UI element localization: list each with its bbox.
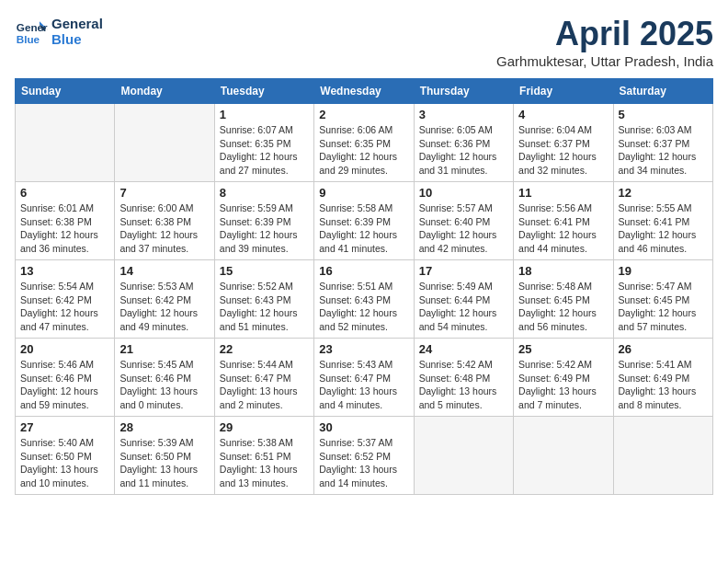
day-info: Sunrise: 6:06 AMSunset: 6:35 PMDaylight:… <box>319 123 408 178</box>
calendar-cell: 4Sunrise: 6:04 AMSunset: 6:37 PMDaylight… <box>514 104 613 182</box>
day-info: Sunrise: 5:42 AMSunset: 6:48 PMDaylight:… <box>419 358 508 412</box>
day-number: 16 <box>319 264 408 278</box>
day-info: Sunrise: 5:46 AMSunset: 6:46 PMDaylight:… <box>20 358 109 412</box>
day-number: 23 <box>319 342 408 356</box>
day-info: Sunrise: 5:51 AMSunset: 6:43 PMDaylight:… <box>319 280 408 334</box>
calendar-cell: 26Sunrise: 5:41 AMSunset: 6:49 PMDayligh… <box>613 339 712 417</box>
calendar-cell: 2Sunrise: 6:06 AMSunset: 6:35 PMDaylight… <box>314 104 414 182</box>
day-info: Sunrise: 5:42 AMSunset: 6:49 PMDaylight:… <box>518 358 608 412</box>
week-row-5: 27Sunrise: 5:40 AMSunset: 6:50 PMDayligh… <box>16 417 713 495</box>
day-number: 7 <box>119 186 209 200</box>
week-row-2: 6Sunrise: 6:01 AMSunset: 6:38 PMDaylight… <box>16 182 713 260</box>
calendar-cell: 16Sunrise: 5:51 AMSunset: 6:43 PMDayligh… <box>314 260 414 339</box>
calendar-cell <box>414 417 513 495</box>
calendar-cell: 7Sunrise: 6:00 AMSunset: 6:38 PMDaylight… <box>115 182 214 260</box>
calendar-table: SundayMondayTuesdayWednesdayThursdayFrid… <box>15 78 713 495</box>
calendar-cell <box>16 104 115 182</box>
day-number: 9 <box>319 186 408 200</box>
calendar-cell: 27Sunrise: 5:40 AMSunset: 6:50 PMDayligh… <box>16 417 115 495</box>
day-info: Sunrise: 5:57 AMSunset: 6:40 PMDaylight:… <box>419 201 508 256</box>
day-info: Sunrise: 5:48 AMSunset: 6:45 PMDaylight:… <box>518 280 608 334</box>
calendar-cell: 3Sunrise: 6:05 AMSunset: 6:36 PMDaylight… <box>414 104 513 182</box>
day-number: 3 <box>419 108 508 121</box>
calendar-cell: 13Sunrise: 5:54 AMSunset: 6:42 PMDayligh… <box>16 260 115 339</box>
day-header-monday: Monday <box>115 79 214 104</box>
calendar-cell: 28Sunrise: 5:39 AMSunset: 6:50 PMDayligh… <box>115 417 214 495</box>
location-subtitle: Garhmuktesar, Uttar Pradesh, India <box>496 53 713 69</box>
logo-icon: General Blue <box>15 15 48 48</box>
day-info: Sunrise: 5:39 AMSunset: 6:50 PMDaylight:… <box>119 436 209 490</box>
calendar-cell: 9Sunrise: 5:58 AMSunset: 6:39 PMDaylight… <box>314 182 414 260</box>
day-number: 27 <box>20 420 109 434</box>
calendar-cell: 15Sunrise: 5:52 AMSunset: 6:43 PMDayligh… <box>214 260 313 339</box>
day-info: Sunrise: 6:00 AMSunset: 6:38 PMDaylight:… <box>119 201 209 256</box>
day-header-sunday: Sunday <box>16 79 115 104</box>
day-info: Sunrise: 5:38 AMSunset: 6:51 PMDaylight:… <box>220 436 309 490</box>
calendar-cell: 1Sunrise: 6:07 AMSunset: 6:35 PMDaylight… <box>214 104 313 182</box>
day-info: Sunrise: 6:03 AMSunset: 6:37 PMDaylight:… <box>619 123 708 178</box>
calendar-cell: 5Sunrise: 6:03 AMSunset: 6:37 PMDaylight… <box>613 104 712 182</box>
day-number: 12 <box>619 186 708 200</box>
day-number: 6 <box>20 186 109 200</box>
calendar-cell: 12Sunrise: 5:55 AMSunset: 6:41 PMDayligh… <box>613 182 712 260</box>
week-row-3: 13Sunrise: 5:54 AMSunset: 6:42 PMDayligh… <box>16 260 713 339</box>
day-number: 24 <box>419 342 508 356</box>
page-header: General Blue General Blue April 2025 Gar… <box>15 15 713 69</box>
logo-line2: Blue <box>51 31 103 47</box>
calendar-cell: 20Sunrise: 5:46 AMSunset: 6:46 PMDayligh… <box>16 339 115 417</box>
calendar-cell: 30Sunrise: 5:37 AMSunset: 6:52 PMDayligh… <box>314 417 414 495</box>
day-info: Sunrise: 5:54 AMSunset: 6:42 PMDaylight:… <box>20 280 109 334</box>
day-number: 25 <box>518 342 608 356</box>
day-number: 10 <box>419 186 508 200</box>
day-header-thursday: Thursday <box>414 79 513 104</box>
calendar-cell <box>613 417 712 495</box>
day-info: Sunrise: 5:44 AMSunset: 6:47 PMDaylight:… <box>220 358 309 412</box>
calendar-cell: 10Sunrise: 5:57 AMSunset: 6:40 PMDayligh… <box>414 182 513 260</box>
calendar-cell: 22Sunrise: 5:44 AMSunset: 6:47 PMDayligh… <box>214 339 313 417</box>
svg-text:Blue: Blue <box>17 33 40 45</box>
day-info: Sunrise: 5:55 AMSunset: 6:41 PMDaylight:… <box>619 201 708 256</box>
calendar-cell: 21Sunrise: 5:45 AMSunset: 6:46 PMDayligh… <box>115 339 214 417</box>
day-info: Sunrise: 5:49 AMSunset: 6:44 PMDaylight:… <box>419 280 508 334</box>
day-number: 29 <box>220 420 309 434</box>
day-info: Sunrise: 5:58 AMSunset: 6:39 PMDaylight:… <box>319 201 408 256</box>
day-info: Sunrise: 5:59 AMSunset: 6:39 PMDaylight:… <box>220 201 309 256</box>
day-number: 4 <box>518 108 608 121</box>
day-info: Sunrise: 5:53 AMSunset: 6:42 PMDaylight:… <box>119 280 209 334</box>
day-number: 13 <box>20 264 109 278</box>
day-number: 11 <box>518 186 608 200</box>
logo-line1: General <box>51 16 103 31</box>
day-info: Sunrise: 5:56 AMSunset: 6:41 PMDaylight:… <box>518 201 608 256</box>
month-title: April 2025 <box>496 15 713 53</box>
calendar-cell: 11Sunrise: 5:56 AMSunset: 6:41 PMDayligh… <box>514 182 613 260</box>
day-number: 19 <box>619 264 708 278</box>
day-info: Sunrise: 6:04 AMSunset: 6:37 PMDaylight:… <box>518 123 608 178</box>
calendar-cell: 6Sunrise: 6:01 AMSunset: 6:38 PMDaylight… <box>16 182 115 260</box>
calendar-cell: 24Sunrise: 5:42 AMSunset: 6:48 PMDayligh… <box>414 339 513 417</box>
day-number: 28 <box>119 420 209 434</box>
day-number: 14 <box>119 264 209 278</box>
day-number: 30 <box>319 420 408 434</box>
day-header-friday: Friday <box>514 79 613 104</box>
day-number: 15 <box>220 264 309 278</box>
day-number: 18 <box>518 264 608 278</box>
title-block: April 2025 Garhmuktesar, Uttar Pradesh, … <box>496 15 713 69</box>
calendar-cell: 19Sunrise: 5:47 AMSunset: 6:45 PMDayligh… <box>613 260 712 339</box>
day-info: Sunrise: 5:45 AMSunset: 6:46 PMDaylight:… <box>119 358 209 412</box>
calendar-header-row: SundayMondayTuesdayWednesdayThursdayFrid… <box>16 79 713 104</box>
calendar-cell: 17Sunrise: 5:49 AMSunset: 6:44 PMDayligh… <box>414 260 513 339</box>
day-info: Sunrise: 5:47 AMSunset: 6:45 PMDaylight:… <box>619 280 708 334</box>
calendar-cell: 14Sunrise: 5:53 AMSunset: 6:42 PMDayligh… <box>115 260 214 339</box>
day-info: Sunrise: 6:01 AMSunset: 6:38 PMDaylight:… <box>20 201 109 256</box>
day-number: 1 <box>220 108 309 121</box>
day-header-tuesday: Tuesday <box>214 79 313 104</box>
day-info: Sunrise: 6:05 AMSunset: 6:36 PMDaylight:… <box>419 123 508 178</box>
day-info: Sunrise: 5:37 AMSunset: 6:52 PMDaylight:… <box>319 436 408 490</box>
calendar-cell: 18Sunrise: 5:48 AMSunset: 6:45 PMDayligh… <box>514 260 613 339</box>
day-number: 26 <box>619 342 708 356</box>
calendar-cell <box>115 104 214 182</box>
day-info: Sunrise: 6:07 AMSunset: 6:35 PMDaylight:… <box>220 123 309 178</box>
calendar-cell: 29Sunrise: 5:38 AMSunset: 6:51 PMDayligh… <box>214 417 313 495</box>
calendar-cell: 25Sunrise: 5:42 AMSunset: 6:49 PMDayligh… <box>514 339 613 417</box>
day-info: Sunrise: 5:40 AMSunset: 6:50 PMDaylight:… <box>20 436 109 490</box>
